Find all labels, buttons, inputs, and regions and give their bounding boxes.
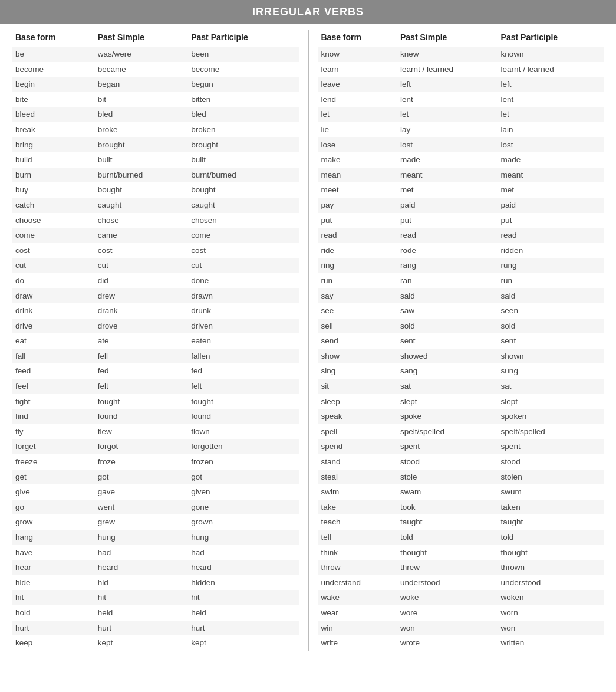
table-cell: build [12,152,94,168]
table-cell: sat [397,379,498,394]
table-cell: got [94,470,188,485]
table-row: buildbuiltbuilt [12,152,299,168]
table-cell: draw [12,288,94,304]
table-cell: fought [187,394,298,409]
table-cell: grow [12,514,94,530]
table-cell: chosen [187,213,298,228]
table-cell: stand [318,454,397,470]
table-cell: choose [12,213,94,228]
table-cell: ate [94,333,188,349]
table-cell: forgotten [187,439,298,454]
table-cell: hit [12,590,94,605]
table-cell: catch [12,198,94,213]
table-cell: heard [94,560,188,575]
table-cell: spent [498,439,604,454]
table-row: lielaylain [318,122,605,137]
table-cell: cut [187,258,298,273]
table-cell: rung [498,258,604,273]
table-row: thinkthoughtthought [318,545,605,560]
table-cell: kept [94,635,188,651]
table-cell: speak [318,409,397,424]
table-cell: cost [94,243,188,258]
table-cell: took [397,500,498,515]
table-cell: froze [94,454,188,470]
table-cell: told [397,530,498,545]
table-cell: eaten [187,333,298,349]
table-row: spendspentspent [318,439,605,454]
table-cell: fed [187,363,298,379]
table-cell: understood [498,575,604,591]
table-cell: broken [187,122,298,137]
table-cell: grown [187,514,298,530]
table-cell: said [397,288,498,304]
table-cell: let [498,107,604,122]
table-cell: sang [397,363,498,379]
table-row: learnlearnt / learnedlearnt / learned [318,62,605,77]
table-cell: sleep [318,394,397,409]
table-cell: run [318,273,397,288]
table-cell: fed [94,363,188,379]
table-cell: stood [397,454,498,470]
table-cell: feel [12,379,94,394]
table-row: choosechosechosen [12,213,299,228]
table-cell: did [94,273,188,288]
table-cell: slept [397,394,498,409]
table-cell: hung [94,530,188,545]
table-cell: began [94,77,188,92]
table-cell: let [397,107,498,122]
right-header-past-participle: Past Participle [498,30,604,47]
table-cell: make [318,152,397,168]
table-row: feedfedfed [12,363,299,379]
table-cell: ran [397,273,498,288]
table-cell: left [397,77,498,92]
table-row: keepkeptkept [12,635,299,651]
table-cell: hear [12,560,94,575]
table-row: sitsatsat [318,379,605,394]
table-cell: broke [94,122,188,137]
table-cell: learnt / learned [498,62,604,77]
table-cell: bought [94,182,188,198]
table-cell: become [12,62,94,77]
table-row: hearheardheard [12,560,299,575]
table-cell: put [498,213,604,228]
table-cell: eat [12,333,94,349]
table-cell: got [187,470,298,485]
table-cell: teach [318,514,397,530]
table-row: winwonwon [318,621,605,636]
table-cell: found [94,409,188,424]
table-cell: bled [94,107,188,122]
table-cell: become [187,62,298,77]
table-cell: chose [94,213,188,228]
table-cell: sold [498,319,604,334]
right-header-base: Base form [318,30,397,47]
right-table-container: Base form Past Simple Past Participle kn… [312,30,611,651]
table-cell: won [498,621,604,636]
table-cell: fight [12,394,94,409]
table-row: givegavegiven [12,484,299,500]
table-row: bitebitbitten [12,92,299,107]
table-row: writewrotewritten [318,635,605,651]
table-cell: frozen [187,454,298,470]
table-cell: hid [94,575,188,591]
table-cell: hung [187,530,298,545]
left-header-past-participle: Past Participle [187,30,298,47]
table-cell: cut [94,258,188,273]
table-cell: sit [318,379,397,394]
table-row: flyflewflown [12,424,299,440]
table-cell: knew [397,47,498,62]
table-cell: showed [397,349,498,364]
table-cell: understand [318,575,397,591]
table-cell: get [12,470,94,485]
table-row: throwthrewthrown [318,560,605,575]
table-cell: woken [498,590,604,605]
table-cell: know [318,47,397,62]
table-cell: bit [94,92,188,107]
table-row: burnburnt/burnedburnt/burned [12,168,299,183]
table-row: spellspelt/spelledspelt/spelled [318,424,605,440]
table-cell: sung [498,363,604,379]
table-row: getgotgot [12,470,299,485]
table-cell: cost [12,243,94,258]
table-cell: meant [397,168,498,183]
table-cell: threw [397,560,498,575]
table-cell: spent [397,439,498,454]
